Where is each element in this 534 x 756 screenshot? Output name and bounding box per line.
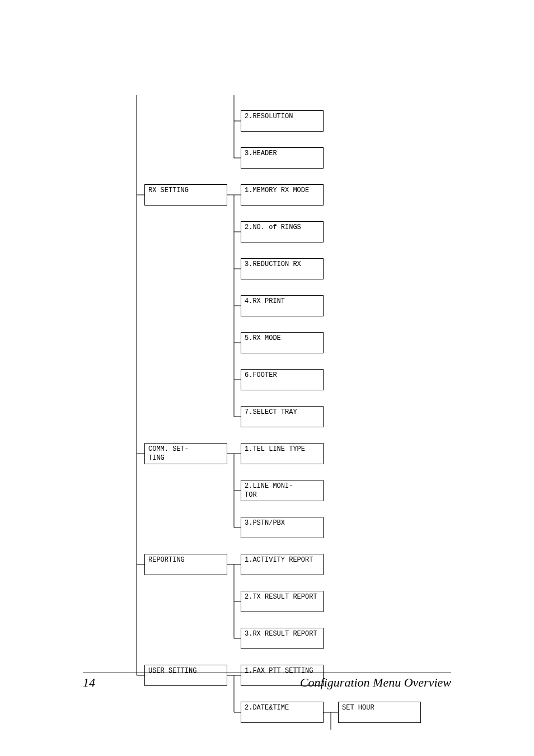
page-footer: 14 Configuration Menu Overview xyxy=(83,673,451,690)
menu-item: 5.RX MODE xyxy=(241,332,324,353)
menu-item: 2.RESOLUTION xyxy=(241,110,324,132)
menu-item: 2.LINE MONI- TOR xyxy=(241,480,324,501)
menu-item: 2.NO. of RINGS xyxy=(241,221,324,242)
menu-category: COMM. SET- TING xyxy=(144,443,227,464)
menu-item: 7.SELECT TRAY xyxy=(241,406,324,427)
menu-category: RX SETTING xyxy=(144,184,227,206)
menu-item: 3.RX RESULT REPORT xyxy=(241,628,324,649)
page-number: 14 xyxy=(83,675,95,690)
menu-subitem: SET HOUR xyxy=(338,702,421,723)
menu-item: 1.TEL LINE TYPE xyxy=(241,443,324,464)
menu-item: 2.DATE&TIME xyxy=(241,702,324,723)
menu-item: 3.REDUCTION RX xyxy=(241,258,324,279)
menu-item: 1.ACTIVITY REPORT xyxy=(241,554,324,575)
section-title: Configuration Menu Overview xyxy=(300,675,451,690)
menu-item: 1.MEMORY RX MODE xyxy=(241,184,324,206)
menu-item: 3.HEADER xyxy=(241,147,324,169)
menu-item: 3.PSTN/PBX xyxy=(241,517,324,538)
menu-item: 6.FOOTER xyxy=(241,369,324,390)
menu-item: 4.RX PRINT xyxy=(241,295,324,316)
menu-item: 2.TX RESULT REPORT xyxy=(241,591,324,612)
menu-category: REPORTING xyxy=(144,554,227,575)
